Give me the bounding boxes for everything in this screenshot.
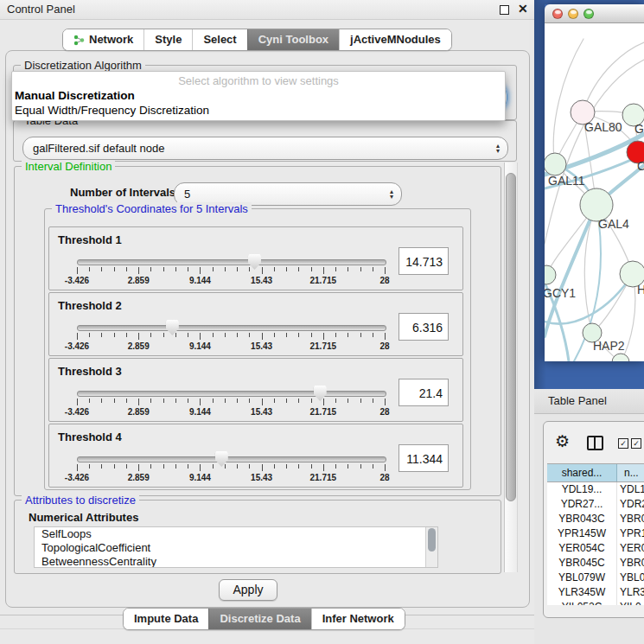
network-node-gal11[interactable]: [545, 153, 566, 175]
table-row[interactable]: YDL19...YDL1: [547, 482, 644, 497]
table-cell[interactable]: YBR045C: [547, 556, 617, 571]
major-tick: [262, 333, 263, 340]
popup-option-equal-width-frequency[interactable]: Equal Width/Frequency Discretization: [15, 104, 209, 117]
minor-tick: [150, 267, 151, 271]
network-window-titlebar[interactable]: [545, 4, 644, 23]
list-scrollbar[interactable]: [425, 527, 437, 567]
table-cell[interactable]: YDL19...: [547, 482, 617, 497]
tab-style[interactable]: Style: [143, 29, 192, 50]
checkbox-icon[interactable]: ✓: [631, 438, 641, 449]
table-cell[interactable]: YPR145W: [547, 526, 617, 541]
table-row[interactable]: YER054CYER0: [547, 541, 644, 556]
tab-impute-data[interactable]: Impute Data: [124, 609, 208, 629]
minor-tick: [274, 399, 275, 403]
minor-tick: [298, 267, 299, 271]
minor-tick: [274, 333, 275, 337]
table-cell[interactable]: YBR0: [617, 512, 644, 526]
gear-icon[interactable]: ⚙: [555, 433, 570, 450]
table-row[interactable]: YBR045CYBR0: [547, 556, 644, 571]
table-data-combobox[interactable]: galFiltered.sif default node ▴▾: [22, 137, 508, 160]
apply-button[interactable]: Apply: [219, 579, 277, 601]
minor-tick: [237, 399, 238, 403]
threshold-value-field[interactable]: 6.316: [399, 313, 449, 341]
threshold-value-field[interactable]: 11.344: [399, 444, 449, 472]
major-tick: [138, 399, 139, 405]
numerical-attributes-list[interactable]: SelfLoopsTopologicalCoefficientBetweenne…: [34, 526, 438, 568]
table-cell[interactable]: YDR2: [617, 497, 644, 512]
major-tick: [262, 464, 263, 471]
checkbox-icon[interactable]: ✓: [618, 438, 628, 449]
panel-scrollbar-thumb[interactable]: [506, 173, 516, 501]
table-cell[interactable]: YBL079W: [547, 571, 617, 585]
threshold-value-field[interactable]: 14.713: [399, 247, 449, 275]
table-row[interactable]: YLR345WYLR3: [547, 585, 644, 600]
close-traffic-light-icon[interactable]: [552, 9, 563, 19]
table-cell[interactable]: YER054C: [547, 541, 617, 556]
network-node-gcy1[interactable]: [545, 265, 556, 284]
major-tick: [138, 267, 139, 274]
threshold-label: Threshold 1: [58, 233, 122, 246]
table-cell[interactable]: YIL052C: [547, 600, 617, 605]
major-tick: [323, 267, 324, 274]
network-canvas[interactable]: GAL80GAL11GAL4GCY1HHAP2GC: [545, 23, 644, 361]
column-header-shared-name[interactable]: shared...: [547, 464, 617, 481]
table-cell[interactable]: YLR3: [617, 585, 644, 600]
network-edge[interactable]: [583, 42, 644, 112]
attribute-list-item[interactable]: SelfLoops: [35, 527, 437, 541]
attribute-list-item[interactable]: TopologicalCoefficient: [35, 541, 437, 555]
network-node[interactable]: [612, 354, 629, 361]
table-row[interactable]: YDR27...YDR2: [547, 497, 644, 512]
table-row[interactable]: YIL052CYIL0: [547, 600, 644, 605]
table-row[interactable]: YBL079WYBL0: [547, 571, 644, 585]
tab-network[interactable]: Network: [63, 29, 143, 50]
close-icon[interactable]: ✕: [518, 2, 528, 16]
split-pane-icon[interactable]: [587, 436, 603, 450]
popup-option-manual-discretization[interactable]: Manual Discretization: [15, 89, 135, 102]
minor-tick: [213, 464, 214, 469]
minor-tick: [188, 464, 188, 469]
minor-tick: [89, 267, 90, 271]
table-cell[interactable]: YDR27...: [547, 497, 617, 512]
minor-tick: [188, 267, 188, 271]
slider-track[interactable]: [77, 325, 386, 331]
minor-tick: [126, 399, 127, 403]
list-scrollbar-thumb[interactable]: [428, 528, 436, 552]
table-cell[interactable]: YBR043C: [547, 512, 617, 526]
table-cell[interactable]: YER0: [617, 541, 644, 556]
combo-stepper-icon[interactable]: ▴▾: [390, 189, 393, 200]
table-cell[interactable]: YDL1: [617, 482, 644, 497]
major-tick: [323, 464, 324, 471]
float-window-icon[interactable]: [500, 5, 509, 15]
table-cell[interactable]: YLR345W: [547, 585, 617, 600]
zoom-traffic-light-icon[interactable]: [583, 9, 594, 19]
tab-discretize-data[interactable]: Discretize Data: [208, 609, 310, 629]
slider-track[interactable]: [77, 456, 386, 462]
table-cell[interactable]: YBR0: [617, 556, 644, 571]
table-row[interactable]: YBR043CYBR0: [547, 512, 644, 526]
tab-cyni-toolbox[interactable]: Cyni Toolbox: [247, 29, 339, 50]
minor-tick: [286, 399, 287, 403]
threshold-label: Threshold 3: [58, 365, 122, 378]
slider-track[interactable]: [77, 391, 386, 397]
minor-tick: [225, 333, 226, 337]
table-cell[interactable]: YPR1: [617, 526, 644, 541]
slider-track[interactable]: [77, 259, 386, 265]
panel-scrollbar[interactable]: [504, 163, 518, 572]
minor-tick: [373, 464, 373, 469]
tick-label: 2.859: [128, 276, 150, 285]
minor-tick: [89, 464, 90, 469]
column-header-name[interactable]: n...: [617, 464, 644, 481]
tab-infer-network[interactable]: Infer Network: [311, 609, 405, 629]
attributes-group: Attributes to discretize Numerical Attri…: [14, 500, 501, 574]
minor-tick: [311, 333, 312, 337]
tab-select[interactable]: Select: [192, 29, 246, 50]
table-cell[interactable]: YBL0: [617, 571, 644, 585]
attribute-list-item[interactable]: BetweennessCentrality: [35, 555, 437, 568]
combo-stepper-icon[interactable]: ▴▾: [496, 143, 500, 154]
tab-jactivemnodules[interactable]: jActiveMNodules: [339, 29, 451, 50]
tick-label: 21.715: [310, 407, 337, 417]
table-row[interactable]: YPR145WYPR1: [547, 526, 644, 541]
minimize-traffic-light-icon[interactable]: [568, 9, 578, 19]
threshold-value-field[interactable]: 21.4: [399, 379, 449, 406]
table-cell[interactable]: YIL0: [617, 600, 644, 605]
